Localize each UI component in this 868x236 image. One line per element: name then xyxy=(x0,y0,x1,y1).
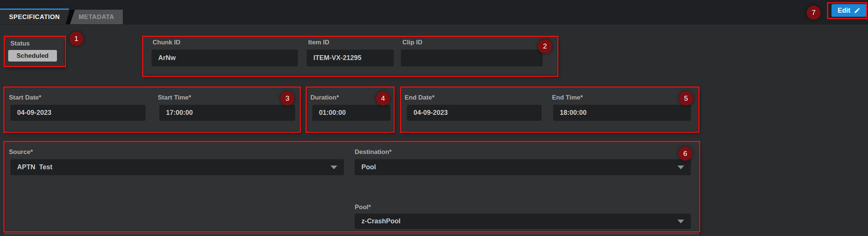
chunk-id-input[interactable]: ArNw xyxy=(151,50,298,66)
chunk-id-label: Chunk ID xyxy=(153,39,181,46)
item-id-input[interactable]: ITEM-VX-21295 xyxy=(307,50,394,66)
specification-page: SPECIFICATION METADATA Edit Status Sched… xyxy=(0,0,868,236)
tab-specification[interactable]: SPECIFICATION xyxy=(0,9,69,24)
annotation-badge-6: 6 xyxy=(678,147,692,161)
start-time-input[interactable]: 17:00:00 xyxy=(159,105,295,121)
end-time-input[interactable]: 18:00:00 xyxy=(553,105,691,121)
annotation-badge-3: 3 xyxy=(280,91,294,106)
panel-bottom-edge xyxy=(4,233,699,236)
annotation-badge-2: 2 xyxy=(538,39,552,53)
end-date-input[interactable]: 04-09-2023 xyxy=(407,105,542,121)
status-label: Status xyxy=(10,40,30,47)
start-date-label: Start Date* xyxy=(9,94,41,101)
edit-button[interactable]: Edit xyxy=(832,4,867,17)
annotation-badge-1: 1 xyxy=(69,32,83,46)
end-date-label: End Date* xyxy=(405,94,434,101)
annotation-badge-5: 5 xyxy=(679,91,693,106)
source-label: Source* xyxy=(9,148,33,156)
tab-bar xyxy=(0,0,868,25)
pencil-icon xyxy=(854,7,861,14)
item-id-label: Item ID xyxy=(308,39,329,46)
start-time-label: Start Time* xyxy=(158,94,191,101)
destination-select[interactable]: Pool xyxy=(355,159,691,175)
clip-id-input[interactable] xyxy=(401,50,543,66)
duration-label: Duration* xyxy=(310,94,339,101)
tab-metadata[interactable]: METADATA xyxy=(70,10,123,24)
status-badge: Scheduled xyxy=(8,50,57,62)
dropdown-arrow-icon xyxy=(677,220,684,223)
annotation-badge-7: 7 xyxy=(807,6,821,20)
dropdown-arrow-icon xyxy=(677,166,684,169)
dropdown-arrow-icon xyxy=(331,166,337,169)
source-select[interactable]: APTN Test xyxy=(10,159,344,175)
edit-button-label: Edit xyxy=(838,7,851,15)
pool-select-value: z-CrashPool xyxy=(361,217,401,225)
destination-select-value: Pool xyxy=(361,163,376,171)
pool-label: Pool* xyxy=(355,204,371,211)
clip-id-label: Clip ID xyxy=(402,39,422,46)
duration-input[interactable]: 01:00:00 xyxy=(312,105,390,121)
end-time-label: End Time* xyxy=(552,94,583,101)
destination-label: Destination* xyxy=(355,148,392,156)
annotation-badge-4: 4 xyxy=(376,91,390,106)
start-date-input[interactable]: 04-09-2023 xyxy=(10,105,146,121)
source-select-value: APTN Test xyxy=(17,163,52,171)
pool-select[interactable]: z-CrashPool xyxy=(355,214,691,229)
